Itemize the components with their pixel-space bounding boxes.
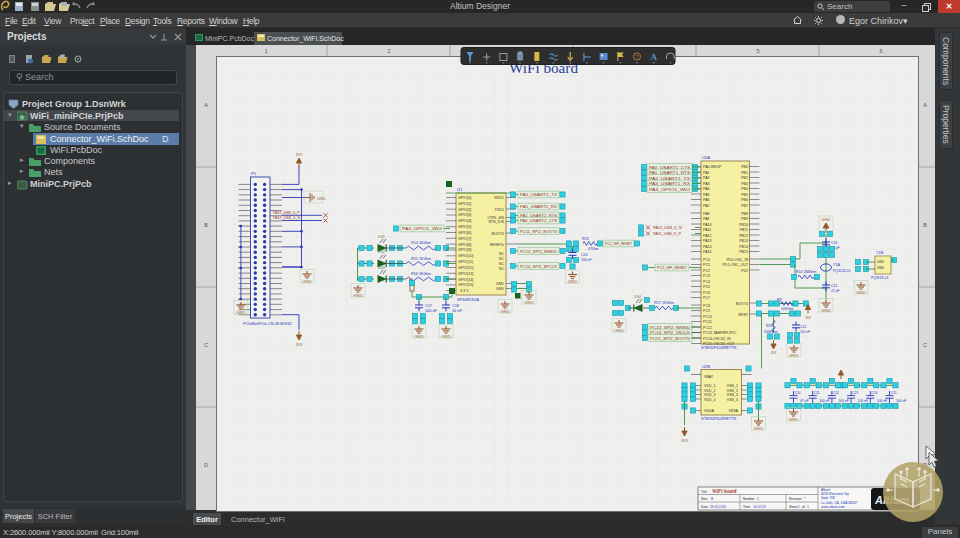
svg-text:R15 1K0hm: R15 1K0hm <box>411 257 431 261</box>
svg-text:SP4081S1A: SP4081S1A <box>457 297 479 302</box>
svg-text:PB7: PB7 <box>741 204 748 208</box>
svg-text:PA12: PA12 <box>703 234 712 238</box>
svg-text:P1: P1 <box>251 171 257 176</box>
svg-text:PA3: PA3 <box>703 182 710 186</box>
svg-text:STM32F103RETTR: STM32F103RETTR <box>701 416 736 421</box>
svg-text:PC1: PC1 <box>703 263 710 267</box>
svg-text:C: C <box>204 342 208 348</box>
svg-text:www.altium.com: www.altium.com <box>821 505 845 509</box>
svg-text:2: 2 <box>387 48 390 54</box>
svg-text:PD2: PD2 <box>741 269 748 273</box>
svg-text:PA1: PA1 <box>703 171 710 175</box>
svg-text:PQ3128-24: PQ3128-24 <box>871 276 888 280</box>
svg-text:PA14: PA14 <box>703 245 712 249</box>
svg-text:GPIO[4]: GPIO[4] <box>458 219 471 223</box>
svg-text:GND: GND <box>822 217 831 222</box>
svg-text:Number:: Number: <box>743 497 755 501</box>
svg-text:C15: C15 <box>891 391 897 395</box>
svg-text:PB0: PB0 <box>741 165 748 169</box>
svg-text:PC14_SPI2_SPCLK: PC14_SPI2_SPCLK <box>520 265 558 269</box>
svg-text:3V3: 3V3 <box>296 153 302 157</box>
svg-text:GPIO[6]: GPIO[6] <box>458 231 471 235</box>
svg-text:GPIO[11]: GPIO[11] <box>458 260 473 264</box>
svg-text:U1: U1 <box>457 187 463 192</box>
svg-text:PB13: PB13 <box>739 239 748 243</box>
svg-text:PC10: PC10 <box>703 315 712 319</box>
svg-text:Date:: Date: <box>701 505 709 509</box>
svg-text:NC: NC <box>499 267 505 271</box>
svg-text:GND: GND <box>496 287 505 291</box>
svg-text:PC2_WF_RESET: PC2_WF_RESET <box>657 266 688 270</box>
svg-text:PD0-OSC_IN: PD0-OSC_IN <box>726 258 748 262</box>
svg-text:1: 1 <box>264 48 267 54</box>
svg-text:PA12_USB_D_N: PA12_USB_D_N <box>653 226 682 230</box>
svg-text:PA15: PA15 <box>703 250 712 254</box>
svg-text:PC11_SPI2_BOOT0: PC11_SPI2_BOOT0 <box>520 230 557 234</box>
svg-text:VSS_4: VSS_4 <box>727 398 738 402</box>
svg-text:22 pF: 22 pF <box>831 289 840 293</box>
svg-text:PC0: PC0 <box>703 258 710 262</box>
svg-text:3V3: 3V3 <box>296 343 302 347</box>
svg-text:VSSA: VSSA <box>728 409 738 413</box>
svg-text:?: ? <box>635 54 638 60</box>
svg-text:PB1: PB1 <box>741 171 748 175</box>
svg-text:PA11: PA11 <box>703 228 711 232</box>
svg-text:D: D <box>204 462 208 468</box>
svg-text:3V3: 3V3 <box>805 316 811 320</box>
svg-text:C17: C17 <box>425 304 432 308</box>
svg-text:PC14-OSC32_IN: PC14-OSC32_IN <box>703 337 731 341</box>
svg-text:VDD_1: VDD_1 <box>704 384 716 388</box>
svg-text:R17 1K0hm: R17 1K0hm <box>654 301 674 305</box>
svg-text:GPIO[1]: GPIO[1] <box>458 202 471 206</box>
svg-text:PA10: PA10 <box>703 223 712 227</box>
svg-text:A: A <box>650 52 657 62</box>
svg-text:NC: NC <box>499 262 505 266</box>
svg-text:10K0hm: 10K0hm <box>781 307 794 311</box>
svg-text:100 nF: 100 nF <box>877 399 887 403</box>
svg-text:VSS_3: VSS_3 <box>727 393 738 397</box>
svg-text:PB2: PB2 <box>741 176 748 180</box>
svg-text:VDD_4: VDD_4 <box>704 398 716 402</box>
svg-text:GPIO[8]: GPIO[8] <box>458 243 471 247</box>
svg-text:Y1B: Y1B <box>876 251 884 255</box>
svg-text:PB4: PB4 <box>741 187 748 191</box>
svg-text:VBAT: VBAT <box>704 375 714 379</box>
svg-text:B: B <box>923 222 927 228</box>
svg-text:WiFi board: WiFi board <box>712 488 737 494</box>
svg-text:GPIO[2]: GPIO[2] <box>458 208 471 212</box>
svg-text:GPIO[3]: GPIO[3] <box>458 213 471 217</box>
svg-text:PB14: PB14 <box>739 245 748 249</box>
svg-text:PCIxMiniPCIe-CN-28-M-RS2: PCIxMiniPCIe-CN-28-M-RS2 <box>243 322 292 326</box>
svg-text:470hm: 470hm <box>588 247 599 251</box>
svg-text:D01: D01 <box>378 235 385 239</box>
svg-text:VSS_2: VSS_2 <box>727 389 738 393</box>
svg-text:PA4_GPIO1_WDI: PA4_GPIO1_WDI <box>402 226 442 231</box>
svg-text:100 nF: 100 nF <box>581 258 592 262</box>
svg-text:100 nF: 100 nF <box>425 309 438 313</box>
svg-text:PC2: PC2 <box>703 269 710 273</box>
svg-text:Size:: Size: <box>701 497 708 501</box>
svg-text:GPIO[13]: GPIO[13] <box>458 272 473 276</box>
svg-text:Revision:: Revision: <box>789 497 802 501</box>
svg-text:1: 1 <box>798 505 800 509</box>
svg-text:B: B <box>204 222 208 228</box>
svg-text:GND: GND <box>877 260 885 264</box>
svg-text:RTS_DIS: RTS_DIS <box>488 220 504 224</box>
svg-text:PA13: PA13 <box>703 239 712 243</box>
svg-text:3V3: 3V3 <box>771 351 777 355</box>
svg-text:GPIO[5]: GPIO[5] <box>458 225 471 229</box>
svg-text:PA8: PA8 <box>703 212 710 216</box>
svg-text:GPIO[10]: GPIO[10] <box>458 254 473 258</box>
svg-text:GPIO[0]: GPIO[0] <box>458 196 471 200</box>
svg-text:D02: D02 <box>378 250 385 254</box>
svg-text:PD1-OSC_OUT: PD1-OSC_OUT <box>722 263 748 267</box>
svg-text:PC7: PC7 <box>703 296 710 300</box>
svg-text:PC13_SPI2_NREID: PC13_SPI2_NREID <box>520 250 558 254</box>
svg-text:C12: C12 <box>833 391 839 395</box>
svg-text:47 nF: 47 nF <box>800 399 808 403</box>
svg-text:VDD_2: VDD_2 <box>704 389 716 393</box>
svg-text:5: 5 <box>756 48 759 54</box>
svg-text:100 nF: 100 nF <box>800 330 810 334</box>
svg-text:PC12: PC12 <box>703 326 712 330</box>
svg-text:of: of <box>802 505 805 509</box>
